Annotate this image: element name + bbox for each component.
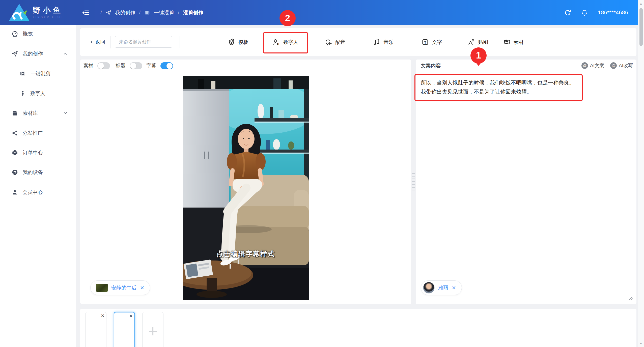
- toggle-subtitle: 字幕: [146, 60, 173, 72]
- account-phone-number[interactable]: 186****4686: [598, 9, 628, 16]
- sidebar-item-my-creations[interactable]: 我的创作: [0, 47, 76, 61]
- preview-panel: 素材 标题 字幕: [80, 60, 411, 304]
- scrollbar-up-arrow[interactable]: ▲: [638, 2, 644, 5]
- toolbar-button-label: 音乐: [384, 39, 394, 46]
- scene-clip-2-selected[interactable]: ✕: [114, 312, 135, 347]
- toolbar-button-music[interactable]: 音乐: [373, 28, 394, 56]
- paper-plane-icon: [106, 10, 111, 16]
- toolbar-button-assets[interactable]: 素材: [503, 28, 524, 56]
- remove-clip-icon[interactable]: ✕: [101, 313, 104, 319]
- sidebar-item-member-center[interactable]: 会员中心: [0, 185, 76, 199]
- sidebar-collapse-button[interactable]: [82, 9, 89, 16]
- sidebar-item-asset-library[interactable]: 素材库: [0, 106, 76, 120]
- member-icon: [12, 189, 18, 195]
- cube-icon: [12, 149, 18, 156]
- sidebar-item-one-click-mix[interactable]: 一键混剪: [0, 66, 76, 80]
- brand-title: 野小鱼: [33, 7, 63, 14]
- toolbar-button-text[interactable]: T 文字: [422, 28, 442, 56]
- svg-text:T: T: [424, 40, 426, 44]
- panel-resize-handle[interactable]: [411, 60, 416, 304]
- scene-clip-1[interactable]: ✕: [85, 312, 106, 347]
- ai-script-button[interactable]: @ AI文案: [581, 62, 604, 69]
- brand-text: 野小鱼 FINGER FISH: [33, 7, 63, 19]
- toggle-material: 素材: [83, 60, 110, 72]
- toolbar-divider: [110, 36, 110, 48]
- script-line-1: 所以，当别人饿肚子的时候，我们吃饭不吧唧嘴，也是一种善良。: [421, 78, 583, 87]
- voice-actor-label: 雅丽: [438, 284, 448, 291]
- toolbar-button-voiceover[interactable]: 配音: [325, 28, 345, 56]
- remove-clip-icon[interactable]: ✕: [129, 313, 133, 319]
- script-panel-title: 文案内容: [421, 62, 441, 69]
- toolbar-button-template[interactable]: 模板: [228, 28, 248, 56]
- script-actions: @ AI文案 @ AI改写: [581, 62, 633, 69]
- text-tool-icon: T: [422, 39, 429, 46]
- sidebar: 概览 我的创作 一键混剪 数字: [0, 25, 76, 347]
- breadcrumb-one-click-mix[interactable]: 一键混剪: [154, 9, 174, 16]
- switch-knob: [130, 63, 136, 69]
- sidebar-item-label: 订单中心: [23, 149, 43, 156]
- scrollbar-down-arrow[interactable]: ▼: [638, 342, 644, 345]
- textarea-resize-handle[interactable]: [628, 295, 633, 301]
- plus-icon: ＋: [145, 323, 161, 338]
- fish-logo-icon: [9, 3, 30, 22]
- remove-bgm-icon[interactable]: ✕: [140, 285, 144, 291]
- project-name-input[interactable]: [115, 36, 172, 48]
- editor-toolbar: ‹ 返回 模板 AI 数字人: [80, 28, 636, 56]
- toggle-label: 素材: [83, 62, 93, 69]
- voiceover-icon: [325, 39, 332, 46]
- breadcrumb-separator: /: [100, 10, 102, 16]
- video-frame-scene: [183, 76, 309, 300]
- sidebar-item-label: 会员中心: [22, 189, 43, 196]
- chevron-down-icon: [63, 110, 68, 115]
- sidebar-item-label: 概览: [23, 31, 33, 37]
- scrollbar-thumb[interactable]: [639, 8, 643, 46]
- title-toggle-switch[interactable]: [130, 62, 142, 69]
- script-panel: 文案内容 @ AI文案 @ AI改写 所以，当别人饿肚子的时候，我们吃饭不吧唧嘴…: [416, 60, 636, 304]
- breadcrumb-separator: /: [139, 10, 141, 16]
- ai-badge-icon: @: [581, 62, 588, 69]
- back-button[interactable]: ‹ 返回: [90, 28, 105, 56]
- sidebar-item-label: 素材库: [23, 110, 38, 117]
- subtitle-overlay[interactable]: 点击编辑字幕样式: [183, 249, 309, 258]
- sidebar-item-order-center[interactable]: 订单中心: [0, 146, 76, 160]
- toolbar-button-digital-human[interactable]: AI 数字人: [273, 28, 298, 56]
- menu-collapse-icon: [82, 9, 89, 16]
- annotation-step-2-badge: 2: [279, 10, 296, 26]
- subtitle-toggle-switch[interactable]: [160, 62, 173, 69]
- voice-actor-tag[interactable]: 雅丽 ✕: [421, 280, 462, 295]
- remove-voice-icon[interactable]: ✕: [452, 285, 456, 291]
- sidebar-item-label: 一键混剪: [31, 70, 51, 77]
- bgm-tag[interactable]: 安静的午后 ✕: [90, 280, 150, 295]
- notifications-button[interactable]: [581, 9, 588, 16]
- music-note-icon: [373, 39, 380, 46]
- bgm-thumbnail: [96, 284, 108, 292]
- toolbar-button-label: 素材: [514, 39, 524, 46]
- switch-knob: [166, 63, 173, 69]
- share-icon: [12, 130, 18, 136]
- ai-rewrite-label: AI改写: [619, 62, 633, 69]
- sidebar-item-distribution[interactable]: 分发推广: [0, 126, 76, 140]
- toolbar-button-label: 数字人: [283, 39, 298, 46]
- brand-subtitle: FINGER FISH: [33, 16, 63, 19]
- sidebar-item-overview[interactable]: 概览: [0, 27, 76, 41]
- material-toggle-switch[interactable]: [97, 62, 110, 69]
- toolbar-button-label: 配音: [335, 39, 345, 46]
- video-preview[interactable]: 点击编辑字幕样式: [183, 76, 309, 300]
- sidebar-item-label: 我的设备: [23, 169, 43, 176]
- script-text-area[interactable]: 所以，当别人饿肚子的时候，我们吃饭不吧唧嘴，也是一种善良。 我带你出去见见世面，…: [421, 78, 583, 96]
- refresh-button[interactable]: [564, 9, 571, 16]
- breadcrumb-my-creations[interactable]: 我的创作: [115, 9, 135, 16]
- svg-text:AI: AI: [277, 43, 279, 45]
- toolbar-button-label: 贴图: [478, 39, 488, 46]
- sidebar-item-label: 我的创作: [23, 50, 43, 57]
- gauge-icon: [12, 31, 18, 37]
- ai-rewrite-button[interactable]: @ AI改写: [610, 62, 633, 69]
- sidebar-item-digital-human[interactable]: 数字人: [0, 86, 76, 100]
- refresh-icon: [564, 9, 571, 16]
- add-scene-button[interactable]: ＋: [142, 312, 163, 347]
- sidebar-item-my-devices[interactable]: 我的设备: [0, 165, 76, 179]
- toggle-label: 字幕: [146, 62, 156, 69]
- page-scrollbar: ▲ ▼: [638, 0, 644, 347]
- storage-box-icon: [12, 110, 18, 116]
- app-root: 野小鱼 FINGER FISH / 我的创作 /: [0, 0, 644, 347]
